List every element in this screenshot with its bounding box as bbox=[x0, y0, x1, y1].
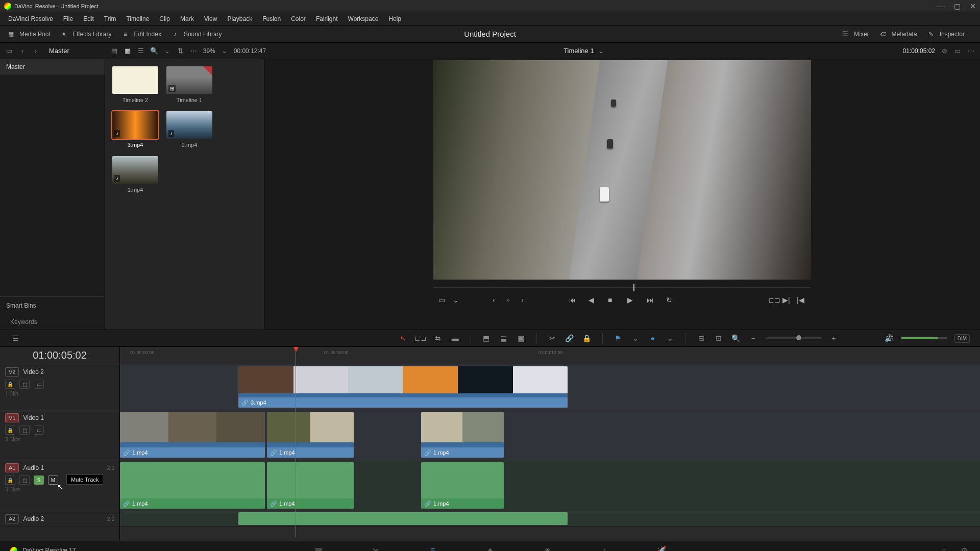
menu-color[interactable]: Color bbox=[286, 15, 311, 22]
menu-trim[interactable]: Trim bbox=[99, 15, 121, 22]
menu-file[interactable]: File bbox=[58, 15, 78, 22]
track-badge[interactable]: A2 bbox=[5, 514, 19, 523]
minus-icon[interactable]: − bbox=[748, 333, 758, 343]
chevron-down-icon[interactable]: ⌄ bbox=[665, 333, 675, 343]
track-badge[interactable]: A1 bbox=[5, 463, 19, 472]
clip-v1-1[interactable]: 🔗1.mp4 bbox=[120, 412, 265, 458]
media-item[interactable]: ⊞ Timeline 1 bbox=[166, 66, 212, 103]
disable-video-button[interactable]: ▭ bbox=[34, 380, 44, 389]
timeline-view-options-icon[interactable]: ☰ bbox=[10, 333, 20, 343]
track-badge[interactable]: V2 bbox=[5, 367, 19, 377]
smart-bin-keywords[interactable]: Keywords bbox=[0, 314, 105, 330]
zoom-chevron-icon[interactable]: ⌄ bbox=[220, 47, 229, 55]
metadata-icon[interactable]: 🏷 bbox=[878, 30, 888, 39]
maximize-button[interactable]: ▢ bbox=[954, 2, 961, 10]
goto-end-button[interactable]: ⏭ bbox=[647, 296, 656, 305]
track-header-v2[interactable]: V2Video 2 🔒 ▢ ▭ 1 Clip bbox=[0, 364, 119, 410]
tab-media[interactable]: ▦ bbox=[313, 545, 324, 552]
minimize-button[interactable]: — bbox=[938, 2, 945, 10]
menu-workspace[interactable]: Workspace bbox=[343, 15, 384, 22]
effects-icon[interactable]: ✦ bbox=[59, 30, 68, 39]
menu-fusion[interactable]: Fusion bbox=[257, 15, 286, 22]
home-icon[interactable]: ⌂ bbox=[938, 545, 949, 552]
trim-tool-icon[interactable]: ⊏⊐ bbox=[415, 333, 426, 343]
blade-tool-icon[interactable]: ▬ bbox=[450, 333, 460, 343]
razor-icon[interactable]: ✂ bbox=[547, 333, 557, 343]
auto-select-button[interactable]: ▢ bbox=[19, 380, 30, 389]
clip-a1-3[interactable]: 🔗1.mp4 bbox=[421, 462, 504, 509]
viewer-scrubber[interactable] bbox=[433, 283, 811, 292]
lock-track-button[interactable]: 🔒 bbox=[5, 475, 15, 485]
back-icon[interactable]: ‹ bbox=[18, 47, 27, 55]
mark-out-icon[interactable]: ▶| bbox=[782, 296, 792, 305]
timeline-zoom-slider[interactable] bbox=[766, 337, 822, 339]
zoom-fit-icon[interactable]: ⊡ bbox=[714, 333, 724, 343]
plus-icon[interactable]: + bbox=[829, 333, 839, 343]
tab-cut[interactable]: ✂ bbox=[370, 545, 381, 552]
menu-view[interactable]: View bbox=[199, 15, 223, 22]
settings-icon[interactable]: ⚙ bbox=[959, 545, 970, 552]
marker-color-icon[interactable]: ● bbox=[648, 333, 658, 343]
clip-a2-1[interactable] bbox=[238, 512, 568, 525]
stop-button[interactable]: ■ bbox=[608, 296, 617, 305]
track-lanes[interactable]: 🔗3.mp4 🔗1.mp4 🔗1.mp4 🔗1.mp4 bbox=[120, 364, 980, 541]
timeline-chevron-icon[interactable]: ⌄ bbox=[597, 47, 605, 55]
play-button[interactable]: ▶ bbox=[627, 296, 636, 305]
lock-icon[interactable]: 🔒 bbox=[582, 333, 592, 343]
thumbnail-timeline2[interactable] bbox=[112, 66, 158, 94]
master-breadcrumb[interactable]: Master bbox=[49, 47, 69, 55]
menu-davinci[interactable]: DaVinci Resolve bbox=[3, 15, 58, 22]
media-item[interactable]: ♪ 1.mp4 bbox=[112, 156, 158, 193]
grid-view-icon[interactable]: ▦ bbox=[124, 47, 132, 55]
bin-master[interactable]: Master bbox=[0, 59, 105, 74]
zoom-out-icon[interactable]: ⊟ bbox=[696, 333, 706, 343]
sort-icon[interactable]: ⇅ bbox=[177, 47, 185, 55]
inspector-label[interactable]: Inspector bbox=[940, 31, 965, 38]
tab-fusion[interactable]: ✦ bbox=[484, 545, 496, 552]
lane-v1[interactable]: 🔗1.mp4 🔗1.mp4 🔗1.mp4 bbox=[120, 410, 980, 460]
loop-button[interactable]: ↻ bbox=[666, 296, 675, 305]
menu-playback[interactable]: Playback bbox=[222, 15, 257, 22]
timeline-ruler[interactable]: 01:00:00:00 01:00:08:00 01:00:12:00 bbox=[120, 347, 980, 364]
disable-video-button[interactable]: ▭ bbox=[34, 425, 44, 435]
thumbnail-timeline1[interactable]: ⊞ bbox=[166, 66, 212, 94]
chevron-down-icon[interactable]: ⌄ bbox=[163, 47, 172, 55]
selection-tool-icon[interactable]: ↖ bbox=[398, 333, 408, 343]
lane-a1[interactable]: 🔗1.mp4 🔗1.mp4 🔗1.mp4 bbox=[120, 460, 980, 511]
menu-edit[interactable]: Edit bbox=[78, 15, 99, 22]
strip-view-icon[interactable]: ☰ bbox=[137, 47, 145, 55]
menu-fairlight[interactable]: Fairlight bbox=[311, 15, 343, 22]
menu-help[interactable]: Help bbox=[383, 15, 406, 22]
thumbnail-1mp4[interactable]: ♪ bbox=[112, 156, 158, 184]
menu-mark[interactable]: Mark bbox=[175, 15, 199, 22]
clip-a1-1[interactable]: 🔗1.mp4 bbox=[120, 462, 265, 509]
clip-v2-1[interactable]: 🔗3.mp4 bbox=[238, 366, 568, 408]
lock-track-button[interactable]: 🔒 bbox=[5, 380, 15, 389]
metadata-label[interactable]: Metadata bbox=[892, 31, 917, 38]
more-icon[interactable]: ⋯ bbox=[190, 47, 198, 55]
media-item[interactable]: Timeline 2 bbox=[112, 66, 158, 103]
link-icon[interactable]: 🔗 bbox=[565, 333, 575, 343]
solo-button[interactable]: S bbox=[34, 475, 44, 485]
chevron-down-icon[interactable]: ⌄ bbox=[630, 333, 641, 343]
viewer-zoom[interactable]: 39% bbox=[203, 47, 215, 55]
replace-icon[interactable]: ▣ bbox=[516, 333, 526, 343]
lane-a2[interactable] bbox=[120, 511, 980, 527]
clip-a1-2[interactable]: 🔗1.mp4 bbox=[267, 462, 354, 509]
tab-deliver[interactable]: 🚀 bbox=[656, 545, 667, 552]
edit-index-icon[interactable]: ≡ bbox=[121, 30, 130, 39]
lock-track-button[interactable]: 🔒 bbox=[5, 425, 15, 435]
dim-button[interactable]: DIM bbox=[954, 334, 970, 343]
track-badge[interactable]: V1 bbox=[5, 413, 19, 422]
speaker-icon[interactable]: 🔊 bbox=[884, 333, 894, 343]
match-frame-icon[interactable]: ▭ bbox=[438, 296, 448, 305]
menu-clip[interactable]: Clip bbox=[154, 15, 175, 22]
lane-v2[interactable]: 🔗3.mp4 bbox=[120, 364, 980, 410]
thumbnail-2mp4[interactable]: ♪ bbox=[166, 111, 212, 139]
step-back-button[interactable]: ◀ bbox=[589, 296, 598, 305]
playhead-line[interactable] bbox=[296, 347, 296, 537]
inspector-icon[interactable]: ✎ bbox=[926, 30, 936, 39]
bypass-icon[interactable]: ⊘ bbox=[940, 47, 948, 55]
viewer[interactable] bbox=[433, 60, 811, 280]
media-item[interactable]: ♪ 2.mp4 bbox=[166, 111, 212, 148]
